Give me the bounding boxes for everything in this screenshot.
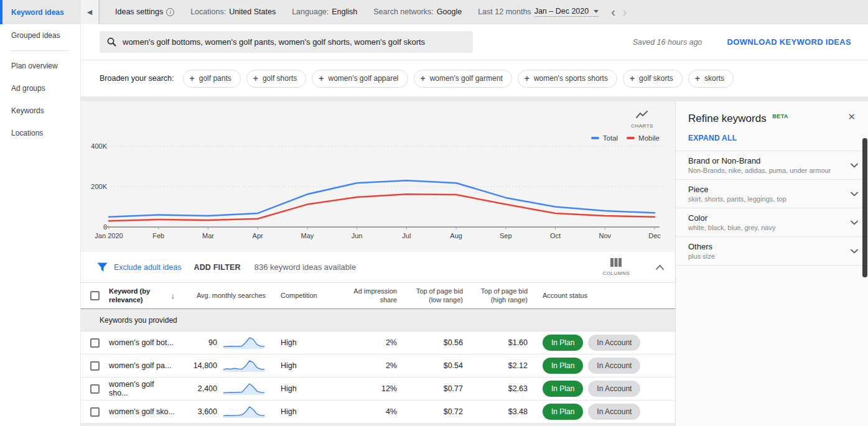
ad-impression-share-cell: 4% <box>339 407 404 416</box>
refine-section-subtitle: Non-Brands, nike, adidas, puma, under ar… <box>688 167 843 174</box>
columns-icon <box>610 258 622 267</box>
table-row[interactable]: women's golf sho... 2,400 High 12% $0.77… <box>81 377 675 401</box>
refine-keywords-panel: Refine keywords BETA ✕ EXPAND ALL Brand … <box>675 101 868 426</box>
refine-section-title: Brand or Non-Brand <box>688 156 843 165</box>
svg-text:Feb: Feb <box>152 232 164 239</box>
search-volume-line-chart[interactable]: 0200K400KJan 2020FebMarAprMayJunJulAugSe… <box>90 140 672 247</box>
svg-text:Jul: Jul <box>402 232 411 239</box>
locations-filter[interactable]: Locations: United States <box>190 7 276 16</box>
svg-text:Apr: Apr <box>253 232 263 239</box>
refine-section-piece[interactable]: Piece skirt, shorts, pants, leggings, to… <box>676 179 868 208</box>
locations-value: United States <box>229 7 276 16</box>
sidebar-item-keywords[interactable]: Keywords <box>0 100 80 122</box>
ideas-settings-button[interactable]: Ideas settings i <box>115 7 174 16</box>
chevron-down-icon[interactable] <box>851 249 858 253</box>
chevron-down-icon[interactable] <box>851 192 858 196</box>
date-range-control[interactable]: Last 12 months Jan – Dec 2020 <box>478 7 599 17</box>
chip-label: women's golf garment <box>430 74 503 83</box>
plus-icon: + <box>695 73 700 83</box>
refine-panel-title: Refine keywords <box>688 113 767 124</box>
chip-label: skorts <box>704 74 724 83</box>
broaden-chip-skorts[interactable]: +skorts <box>688 70 734 88</box>
broaden-chip-womens-golf-apparel[interactable]: +women's golf apparel <box>312 70 408 88</box>
column-header-account-status[interactable]: Account status <box>535 292 675 300</box>
table-row[interactable]: women's golf sko... 3,600 High 4% $0.72 … <box>81 401 675 424</box>
columns-button[interactable]: COLUMNS <box>602 258 630 276</box>
chevron-down-icon[interactable] <box>851 220 858 225</box>
broaden-chip-golf-skorts[interactable]: +golf skorts <box>623 70 683 88</box>
search-networks-filter[interactable]: Search networks: Google <box>373 7 462 16</box>
add-filter-button[interactable]: ADD FILTER <box>194 263 240 272</box>
refine-section-brand[interactable]: Brand or Non-Brand Non-Brands, nike, adi… <box>676 150 868 179</box>
language-filter[interactable]: Language: English <box>292 7 357 16</box>
keyword-ideas-count: 836 keyword ideas available <box>254 262 356 272</box>
table-row[interactable]: women's golf pa... 14,800 High 2% $0.54 … <box>81 354 675 377</box>
in-plan-badge: In Plan <box>543 381 583 397</box>
row-checkbox[interactable] <box>90 338 100 348</box>
in-plan-badge: In Plan <box>543 358 583 374</box>
broaden-chip-womens-sports-shorts[interactable]: +women's sports shorts <box>518 70 617 88</box>
sidebar-item-keyword-ideas[interactable]: Keyword ideas <box>0 0 80 24</box>
avg-searches-value: 3,600 <box>198 407 217 416</box>
in-account-badge: In Account <box>588 381 640 397</box>
broaden-chip-golf-pants[interactable]: +golf pants <box>183 70 241 88</box>
language-label: Language: <box>292 7 329 16</box>
next-period-button[interactable]: › <box>619 6 631 18</box>
download-keyword-ideas-button[interactable]: DOWNLOAD KEYWORD IDEAS <box>727 37 851 47</box>
column-header-top-bid-low[interactable]: Top of page bid (low range) <box>404 287 470 305</box>
row-checkbox[interactable] <box>90 361 100 371</box>
broaden-search-band: Broaden your search: +golf pants +golf s… <box>81 60 868 96</box>
search-volume-chart-card: CHARTS Total Mobile 0200K400KJan 2020Feb… <box>81 101 675 252</box>
refine-section-others[interactable]: Others plus size <box>676 236 868 266</box>
date-range-value: Jan – Dec 2020 <box>534 7 589 16</box>
sidebar-item-grouped-ideas[interactable]: Grouped ideas <box>0 24 80 47</box>
column-header-keyword[interactable]: Keyword (by relevance) ↓ <box>109 287 175 305</box>
refine-section-color[interactable]: Color white, black, blue, grey, navy <box>676 208 868 236</box>
search-input[interactable] <box>123 37 465 47</box>
close-icon[interactable]: ✕ <box>847 111 856 123</box>
column-header-ad-impression-share[interactable]: Ad impression share <box>339 287 404 305</box>
table-filter-bar: Exclude adult ideas ADD FILTER 836 keywo… <box>81 252 675 283</box>
exclude-adult-ideas-link[interactable]: Exclude adult ideas <box>114 263 181 272</box>
sidebar-item-label: Locations <box>11 129 43 137</box>
in-account-badge: In Account <box>588 358 640 374</box>
collapse-table-chevron-up-icon[interactable] <box>656 265 664 270</box>
column-header-top-bid-high[interactable]: Top of page bid (high range) <box>470 287 535 305</box>
top-bid-low-cell: $0.77 <box>404 384 470 393</box>
row-checkbox[interactable] <box>90 407 100 417</box>
svg-text:Sep: Sep <box>500 232 512 239</box>
plus-icon: + <box>525 73 530 83</box>
date-range-label: Last 12 months <box>478 7 531 16</box>
column-header-avg-monthly-searches[interactable]: Avg. monthly searches <box>175 292 273 300</box>
expand-all-button[interactable]: EXPAND ALL <box>676 125 868 150</box>
previous-period-button[interactable]: ‹ <box>607 6 619 18</box>
sidebar-item-locations[interactable]: Locations <box>0 122 80 144</box>
keyword-search-box[interactable] <box>100 31 473 53</box>
sidebar-item-ad-groups[interactable]: Ad groups <box>0 77 80 100</box>
chevron-down-icon[interactable] <box>851 163 858 167</box>
sidebar-item-label: Keyword ideas <box>11 8 64 17</box>
in-plan-badge: In Plan <box>543 335 583 351</box>
competition-cell: High <box>273 361 339 370</box>
broaden-chip-golf-shorts[interactable]: +golf shorts <box>246 70 307 88</box>
column-header-competition[interactable]: Competition <box>273 292 339 300</box>
beta-badge: BETA <box>772 113 788 119</box>
plus-icon: + <box>630 73 635 83</box>
charts-menu-button[interactable]: CHARTS <box>625 110 660 129</box>
svg-text:Mar: Mar <box>202 232 214 239</box>
broaden-chips: +golf pants +golf shorts +women's golf a… <box>183 70 734 88</box>
select-all-checkbox[interactable] <box>90 291 100 300</box>
row-checkbox[interactable] <box>90 384 100 394</box>
vertical-scrollbar[interactable] <box>862 138 867 277</box>
broaden-chip-womens-golf-garment[interactable]: +women's golf garment <box>414 70 512 88</box>
language-value: English <box>332 7 357 16</box>
plus-icon: + <box>253 73 258 83</box>
table-row[interactable]: women's golf bot... 90 High 2% $0.56 $1.… <box>81 331 675 354</box>
info-icon[interactable]: i <box>166 8 174 16</box>
sidebar: Keyword ideas Grouped ideas Plan overvie… <box>0 0 81 426</box>
top-bid-high-cell: $2.63 <box>470 384 535 393</box>
plus-icon: + <box>319 73 324 83</box>
sidebar-item-plan-overview[interactable]: Plan overview <box>0 55 80 77</box>
trend-chart-icon <box>636 111 648 119</box>
back-button[interactable]: ◀ <box>81 0 99 24</box>
